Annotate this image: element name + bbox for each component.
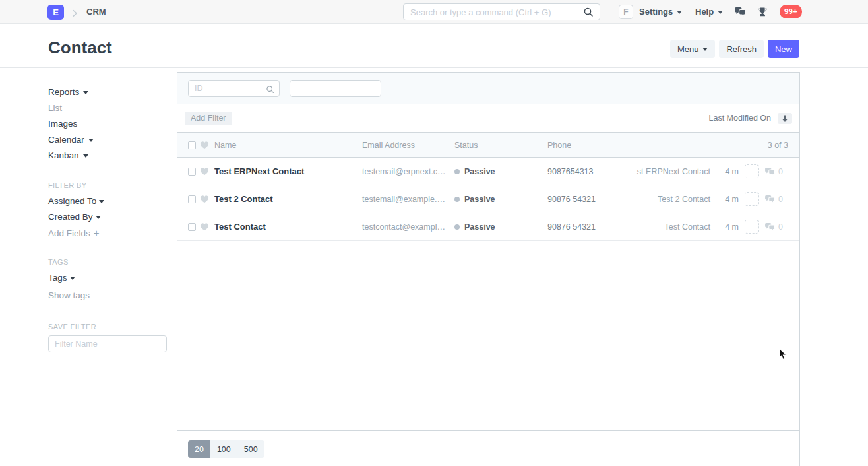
assignee-placeholder[interactable] xyxy=(745,220,759,234)
assignee-placeholder[interactable] xyxy=(745,164,759,178)
assigned-to-text: Test 2 Contact xyxy=(620,195,710,204)
page-size-100[interactable]: 100 xyxy=(210,440,237,458)
list-filter-row xyxy=(177,73,799,104)
status-label: Passive xyxy=(464,222,495,232)
filter-by-heading: FILTER BY xyxy=(48,178,167,193)
list-row[interactable]: Test Contact testcontact@exampl… Passive… xyxy=(177,213,799,241)
images-label: Images xyxy=(48,119,77,129)
modified-time: 4 m xyxy=(712,195,739,204)
list-label: List xyxy=(48,103,62,113)
contact-phone: 9087654313 xyxy=(547,167,620,176)
status-dot xyxy=(454,224,460,230)
breadcrumb-chevron-icon xyxy=(72,8,78,20)
assignee-placeholder[interactable] xyxy=(745,192,759,206)
page-size-500[interactable]: 500 xyxy=(237,440,264,458)
page-head: Contact Menu Refresh New xyxy=(0,24,868,68)
result-empty-space xyxy=(177,241,799,431)
assigned-to-label: Assigned To xyxy=(48,196,96,206)
page-size-group: 20 100 500 xyxy=(188,440,264,458)
add-filter-button[interactable]: Add Filter xyxy=(185,112,232,125)
reports-label: Reports xyxy=(48,87,79,97)
chevron-down-icon xyxy=(88,139,94,142)
contact-email: testemail@erpnext.c… xyxy=(362,167,454,176)
search-icon[interactable] xyxy=(583,7,594,20)
comment-count: 0 xyxy=(764,195,786,204)
sidebar-item-tags[interactable]: Tags xyxy=(48,270,167,286)
tags-heading: TAGS xyxy=(48,254,167,270)
navbar: E CRM F Settings Help 99+ xyxy=(0,0,868,24)
notification-badge[interactable]: 99+ xyxy=(780,5,802,18)
heart-icon[interactable] xyxy=(200,195,209,203)
contact-phone: 90876 54321 xyxy=(547,195,620,204)
heart-icon[interactable] xyxy=(200,141,209,149)
menu-label: Menu xyxy=(677,44,699,54)
chevron-down-icon xyxy=(70,277,75,280)
refresh-label: Refresh xyxy=(726,44,757,54)
save-filter-heading: SAVE FILTER xyxy=(48,319,167,335)
comment-count-value: 0 xyxy=(778,222,783,232)
comment-icon xyxy=(764,167,776,176)
page-size-20[interactable]: 20 xyxy=(188,440,210,458)
plus-icon: + xyxy=(94,227,100,238)
settings-menu[interactable]: Settings xyxy=(639,0,682,24)
chevron-down-icon xyxy=(677,11,682,14)
sort-direction-button[interactable] xyxy=(778,113,792,124)
user-avatar[interactable]: F xyxy=(619,5,633,19)
chevron-down-icon xyxy=(99,200,104,203)
sidebar-item-kanban[interactable]: Kanban xyxy=(48,148,167,164)
sidebar-item-list[interactable]: List xyxy=(48,100,167,116)
sidebar-item-images[interactable]: Images xyxy=(48,116,167,132)
row-checkbox[interactable] xyxy=(188,195,196,203)
sidebar-item-created-by[interactable]: Created By xyxy=(48,209,167,225)
sidebar-item-assigned-to[interactable]: Assigned To xyxy=(48,193,167,209)
status-label: Passive xyxy=(464,195,495,204)
created-by-label: Created By xyxy=(48,212,93,222)
column-header-email[interactable]: Email Address xyxy=(362,141,454,150)
show-tags-button[interactable]: Show tags xyxy=(48,288,167,304)
contact-name[interactable]: Test Contact xyxy=(214,222,362,232)
modified-time: 4 m xyxy=(712,167,739,176)
trophy-icon[interactable] xyxy=(758,7,767,19)
menu-button[interactable]: Menu xyxy=(670,40,716,58)
sidebar-item-reports[interactable]: Reports xyxy=(48,84,167,100)
row-checkbox[interactable] xyxy=(188,223,196,231)
erpnext-logo[interactable]: E xyxy=(47,5,64,20)
column-header-phone[interactable]: Phone xyxy=(547,141,620,150)
contact-name[interactable]: Test 2 Contact xyxy=(214,194,362,204)
calendar-label: Calendar xyxy=(48,135,84,145)
result-count: 3 of 3 xyxy=(620,141,788,150)
show-tags-label: Show tags xyxy=(48,290,90,300)
row-checkbox[interactable] xyxy=(188,168,196,176)
chevron-down-icon xyxy=(96,216,101,219)
sidebar: Reports List Images Calendar Kanban FILT… xyxy=(48,68,167,352)
breadcrumb[interactable]: CRM xyxy=(86,0,106,24)
select-all-checkbox[interactable] xyxy=(188,141,196,149)
column-header-status[interactable]: Status xyxy=(454,141,547,150)
contact-email: testemail@example.… xyxy=(362,195,454,204)
heart-icon[interactable] xyxy=(200,222,209,231)
chat-icon[interactable] xyxy=(734,7,747,20)
new-label: New xyxy=(775,44,792,54)
settings-label: Settings xyxy=(639,7,673,17)
secondary-filter-input[interactable] xyxy=(290,80,381,97)
add-fields-button[interactable]: Add Fields+ xyxy=(48,225,167,241)
list-row[interactable]: Test 2 Contact testemail@example.… Passi… xyxy=(177,185,799,213)
heart-icon[interactable] xyxy=(200,167,209,176)
search-icon xyxy=(266,84,274,96)
help-label: Help xyxy=(695,7,714,17)
contact-name[interactable]: Test ERPNext Contact xyxy=(214,166,362,176)
column-header-name[interactable]: Name xyxy=(214,141,362,150)
sort-field-label[interactable]: Last Modified On xyxy=(709,114,772,123)
help-menu[interactable]: Help xyxy=(695,0,723,24)
search-input[interactable] xyxy=(403,3,600,20)
status-dot xyxy=(454,197,460,202)
chevron-down-icon xyxy=(702,48,708,51)
refresh-button[interactable]: Refresh xyxy=(719,40,764,58)
sidebar-item-calendar[interactable]: Calendar xyxy=(48,132,167,148)
chevron-down-icon xyxy=(83,91,88,94)
list-row[interactable]: Test ERPNext Contact testemail@erpnext.c… xyxy=(177,158,799,185)
add-fields-label: Add Fields xyxy=(48,228,90,238)
filter-name-input[interactable] xyxy=(48,335,167,352)
contact-phone: 90876 54321 xyxy=(547,222,620,232)
new-button[interactable]: New xyxy=(768,40,799,58)
